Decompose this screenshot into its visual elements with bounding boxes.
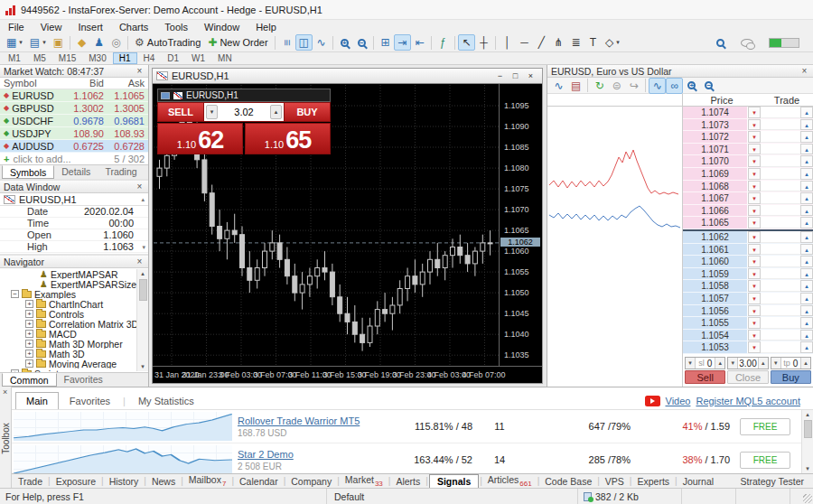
pitchfork-button[interactable]: ⋔ [550, 34, 567, 51]
buy-arrow-button[interactable]: ▴ [800, 192, 813, 204]
toolbox-tab-company[interactable]: Company [286, 475, 336, 488]
horizontal-line-button[interactable]: ─ [516, 34, 533, 51]
buy-arrow-button[interactable]: ▴ [800, 341, 813, 353]
navigator-item[interactable]: +MACD [0, 329, 148, 339]
scroll-up-icon[interactable]: ▴ [141, 196, 145, 203]
payments-button[interactable]: ◆ [73, 34, 90, 51]
subscribe-button[interactable]: FREE [740, 418, 790, 435]
dom-price-cell[interactable]: 1.1073 [683, 119, 748, 131]
timeframe-m1[interactable]: M1 [2, 52, 27, 64]
dom-trade-cell[interactable] [761, 280, 800, 292]
toolbox-tab-calendar[interactable]: Calendar [235, 475, 283, 488]
bar-chart-button[interactable]: ≡ [278, 34, 295, 51]
sell-arrow-button[interactable]: ▾ [748, 217, 761, 229]
maximize-icon[interactable]: □ [508, 70, 523, 82]
toolbox-tab-experts[interactable]: Experts [632, 475, 674, 488]
dom-price-cell[interactable]: 1.1068 [683, 181, 748, 192]
buy-arrow-button[interactable]: ▴ [800, 144, 813, 155]
sell-arrow-button[interactable]: ▾ [748, 144, 761, 155]
dom-price-cell[interactable]: 1.1065 [683, 217, 748, 229]
profiles-button[interactable]: ▤▾ [26, 34, 50, 51]
close-icon[interactable]: × [3, 387, 7, 397]
expand-icon[interactable]: + [25, 310, 33, 318]
line-chart-button[interactable]: ∿ [313, 34, 330, 51]
sell-arrow-button[interactable]: ▾ [748, 330, 761, 341]
timeframe-h4[interactable]: H4 [137, 52, 162, 64]
buy-arrow-button[interactable]: ▴ [800, 280, 813, 292]
toolbox-tab-articles[interactable]: Articles661 [483, 473, 537, 489]
status-profile[interactable]: Default [327, 489, 578, 504]
dom-trade-cell[interactable] [761, 293, 800, 304]
navigator-item[interactable]: +Correlation Matrix 3D [0, 319, 148, 329]
connection-status-button[interactable] [765, 34, 803, 51]
toolbox-tab-market[interactable]: Market33 [341, 473, 388, 489]
buy-arrow-button[interactable]: ▴ [800, 305, 813, 317]
dom-price-cell[interactable]: 1.1060 [683, 256, 748, 267]
menu-help[interactable]: Help [248, 20, 285, 33]
sell-arrow-button[interactable]: ▾ [748, 131, 761, 143]
toolbox-tab-code-base[interactable]: Code Base [540, 475, 596, 488]
signals-scrollbar[interactable]: ▴ ▾ [801, 410, 813, 473]
chart-time-axis[interactable]: 31 Jan 202031 Jan 23:003 Feb 03:003 Feb … [153, 366, 542, 383]
stop-loss-spinner[interactable]: ▾ sl0 ▴ [685, 357, 725, 369]
dom-price-cell[interactable]: 1.1070 [683, 155, 748, 167]
take-profit-spinner[interactable]: ▾ tp0 ▴ [771, 357, 811, 369]
market-watch-row[interactable]: ◆GBPUSD1.30021.3005 [0, 102, 148, 115]
buy-arrow-button[interactable]: ▴ [800, 107, 813, 118]
navigator-item[interactable]: +Math 3D [0, 349, 148, 359]
navigator-item[interactable]: ♟ExpertMAPSARSizeOptim [0, 279, 148, 289]
close-icon[interactable]: × [523, 70, 538, 82]
sell-arrow-button[interactable]: ▾ [748, 268, 761, 280]
dom-price-cell[interactable]: 1.1056 [683, 305, 748, 317]
market-watch-row[interactable]: ◆USDJPY108.90108.93 [0, 127, 148, 140]
one-click-header[interactable]: EURUSD,H1 [157, 89, 331, 102]
dom-trade-cell[interactable] [761, 119, 800, 131]
close-icon[interactable]: × [135, 182, 145, 191]
sell-arrow-button[interactable]: ▾ [748, 305, 761, 317]
dom-price-cell[interactable]: 1.1067 [683, 192, 748, 204]
dom-price-cell[interactable]: 1.1072 [683, 131, 748, 143]
timeframe-w1[interactable]: W1 [185, 52, 211, 64]
crosshair-button[interactable]: ┼ [475, 34, 492, 51]
subscribe-button[interactable]: FREE [740, 452, 790, 469]
video-link[interactable]: Video [666, 396, 691, 406]
scroll-down-icon[interactable]: ▾ [806, 464, 809, 473]
buy-button[interactable]: BUY [284, 102, 331, 122]
scroll-down-icon[interactable]: ▾ [141, 362, 145, 371]
collapse-icon[interactable]: − [11, 290, 19, 298]
tab-common[interactable]: Common [2, 373, 57, 387]
sell-arrow-button[interactable]: ▾ [748, 341, 761, 353]
column-bid[interactable]: Bid [67, 78, 107, 89]
fibonacci-button[interactable]: ≣ [567, 34, 584, 51]
buy-arrow-button[interactable]: ▴ [800, 168, 813, 180]
sell-arrow-button[interactable]: ▾ [748, 244, 761, 256]
close-icon[interactable]: × [135, 66, 145, 76]
dom-price-cell[interactable]: 1.1058 [683, 280, 748, 292]
sell-arrow-button[interactable]: ▾ [748, 256, 761, 267]
new-order-button[interactable]: ✚New Order [204, 34, 271, 51]
indicators-button[interactable]: ƒ [435, 34, 452, 51]
dom-trade-cell[interactable] [761, 256, 800, 267]
buy-price-button[interactable]: 1.1065 [245, 123, 331, 154]
expand-icon[interactable]: + [25, 300, 33, 308]
sell-arrow-button[interactable]: ▾ [748, 168, 761, 180]
dom-header[interactable]: EURUSD, Euro vs US Dollar × [547, 65, 813, 78]
buy-arrow-button[interactable]: ▴ [800, 317, 813, 329]
dom-trade-cell[interactable] [761, 181, 800, 192]
expand-icon[interactable]: + [25, 350, 33, 358]
dom-trade-cell[interactable] [761, 305, 800, 317]
toolbox-tab-exposure[interactable]: Exposure [51, 475, 100, 488]
column-symbol[interactable]: Symbol [0, 78, 67, 89]
volume-increment-icon[interactable]: ▴ [758, 358, 768, 369]
sell-arrow-button[interactable]: ▾ [748, 205, 761, 217]
minimize-icon[interactable]: − [492, 70, 508, 82]
dom-price-cell[interactable]: 1.1062 [683, 231, 748, 243]
trendline-button[interactable]: ╱ [533, 34, 550, 51]
toolbox-tab-trade[interactable]: Trade [14, 475, 47, 488]
signal-name-link[interactable]: Star 2 Demo [238, 449, 382, 460]
dom-price-cell[interactable]: 1.1059 [683, 268, 748, 280]
market-watch-row[interactable]: ◆USDCHF0.96780.9681 [0, 115, 148, 127]
dom-trade-cell[interactable] [761, 317, 800, 329]
chart-shift-button[interactable]: ⇤ [411, 34, 428, 51]
menu-charts[interactable]: Charts [111, 20, 156, 33]
